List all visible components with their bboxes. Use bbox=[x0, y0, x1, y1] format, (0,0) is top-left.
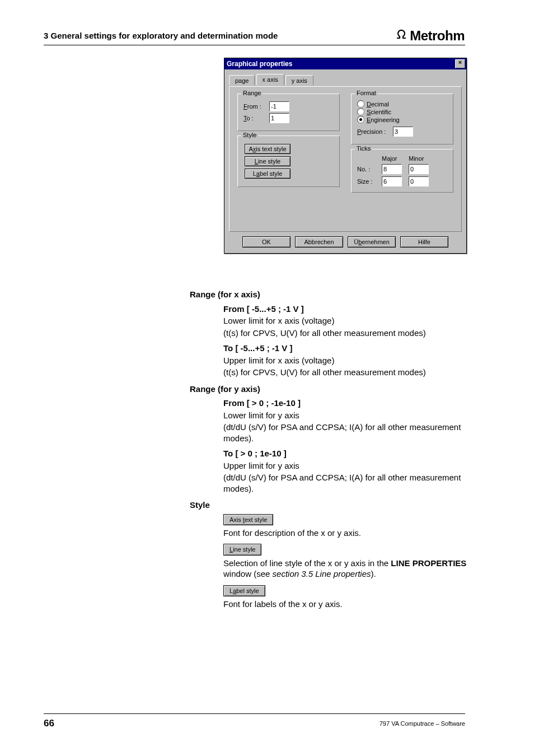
from-x-heading: From [ -5...+5 ; -1 V ] bbox=[223, 304, 470, 315]
to-x-line1: Upper limit for x axis (voltage) bbox=[223, 355, 470, 366]
cancel-button[interactable]: Abbrechen bbox=[295, 236, 343, 248]
line-style-desc: Selection of line style of the x or y ax… bbox=[223, 558, 470, 580]
range-x-heading: Range (for x axis) bbox=[190, 289, 470, 300]
style-legend: Style bbox=[241, 132, 258, 138]
style-group: Style Axis text style Line style Label s… bbox=[237, 136, 340, 187]
dialog-titlebar: Graphical properties × bbox=[224, 58, 466, 69]
decimal-radio[interactable]: Decimal bbox=[357, 100, 447, 108]
range-legend: Range bbox=[241, 90, 263, 96]
dialog-buttons: OK Abbrechen Übernehmen Hilfe bbox=[224, 236, 466, 253]
ok-button[interactable]: OK bbox=[242, 236, 291, 248]
from-y-line1: Lower limit for y axis bbox=[223, 410, 470, 421]
ticks-no-major-input[interactable] bbox=[382, 164, 402, 174]
tab-strip: page x axis y axis bbox=[229, 74, 462, 86]
to-y-line2: (dt/dU (s/V) for PSA and CCPSA; I(A) for… bbox=[223, 472, 470, 494]
dialog-title: Graphical properties bbox=[227, 60, 292, 68]
tab-x-axis[interactable]: x axis bbox=[256, 74, 284, 85]
to-label: To : bbox=[243, 115, 266, 122]
axis-text-desc: Font for description of the x or y axis. bbox=[223, 528, 470, 539]
page-number: 66 bbox=[44, 718, 54, 729]
precision-label: Precision : bbox=[357, 128, 390, 135]
close-icon[interactable]: × bbox=[455, 59, 465, 68]
ticks-size-label: Size : bbox=[357, 178, 377, 185]
line-style-button[interactable]: Line style bbox=[245, 156, 291, 166]
from-label: From : bbox=[243, 103, 266, 110]
body-text: Range (for x axis) From [ -5...+5 ; -1 V… bbox=[190, 286, 470, 610]
ticks-size-minor-input[interactable] bbox=[409, 176, 429, 186]
ticks-minor-header: Minor bbox=[409, 155, 431, 162]
ticks-group: Ticks Major Minor No. : Size : bbox=[351, 149, 453, 193]
to-y-heading: To [ > 0 ; 1e-10 ] bbox=[223, 448, 470, 459]
ohm-icon bbox=[394, 27, 409, 40]
inline-line-style-button: Line style bbox=[223, 544, 261, 555]
brand-logo: Metrohm bbox=[394, 27, 465, 44]
graphical-properties-dialog: Graphical properties × page x axis y axi… bbox=[224, 58, 467, 254]
from-y-heading: From [ > 0 ; -1e-10 ] bbox=[223, 398, 470, 409]
scientific-radio[interactable]: Scientific bbox=[357, 108, 447, 115]
to-x-line2: (t(s) for CPVS, U(V) for all other measu… bbox=[223, 367, 470, 378]
label-style-button[interactable]: Label style bbox=[245, 169, 291, 179]
from-y-line2: (dt/dU (s/V) for PSA and CCPSA; I(A) for… bbox=[223, 422, 470, 444]
range-y-heading: Range (for y axis) bbox=[190, 384, 470, 395]
ticks-size-major-input[interactable] bbox=[382, 176, 402, 186]
precision-input[interactable] bbox=[393, 127, 413, 137]
inline-axis-text-style-button: Axis text style bbox=[223, 514, 273, 525]
ticks-no-minor-input[interactable] bbox=[409, 164, 429, 174]
from-x-line2: (t(s) for CPVS, U(V) for all other measu… bbox=[223, 328, 470, 339]
from-input[interactable] bbox=[269, 101, 289, 111]
format-legend: Format bbox=[355, 90, 378, 96]
ticks-major-header: Major bbox=[382, 155, 404, 162]
axis-text-style-button[interactable]: Axis text style bbox=[245, 144, 291, 154]
range-group: Range From : To : bbox=[237, 94, 340, 131]
section-header: 3 General settings for exploratory and d… bbox=[44, 31, 278, 40]
tab-y-axis[interactable]: y axis bbox=[285, 75, 313, 85]
to-x-heading: To [ -5...+5 ; -1 V ] bbox=[223, 343, 470, 354]
from-x-line1: Lower limit for x axis (voltage) bbox=[223, 315, 470, 326]
to-input[interactable] bbox=[269, 113, 289, 123]
footer-rule bbox=[44, 713, 465, 714]
ticks-no-label: No. : bbox=[357, 166, 377, 172]
footer-right: 797 VA Computrace – Software bbox=[380, 720, 465, 727]
tab-content: Range From : To : Style bbox=[229, 86, 462, 232]
engineering-radio[interactable]: Engineering bbox=[357, 116, 447, 123]
label-style-desc: Font for labels of the x or y axis. bbox=[223, 599, 470, 610]
help-button[interactable]: Hilfe bbox=[400, 236, 448, 248]
style-heading: Style bbox=[190, 500, 470, 511]
apply-button[interactable]: Übernehmen bbox=[348, 236, 396, 248]
tab-page[interactable]: page bbox=[229, 75, 255, 85]
brand-text: Metrohm bbox=[410, 28, 465, 44]
to-y-line1: Upper limit for y axis bbox=[223, 460, 470, 472]
ticks-legend: Ticks bbox=[355, 145, 372, 152]
format-group: Format Decimal Scientific Engineering Pr… bbox=[351, 94, 453, 144]
inline-label-style-button: Label style bbox=[223, 585, 265, 596]
header-rule bbox=[44, 45, 465, 45]
